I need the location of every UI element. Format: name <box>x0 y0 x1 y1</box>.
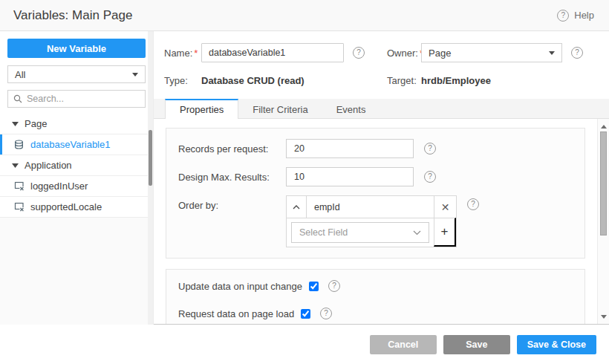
tree-group-application[interactable]: Application <box>0 155 153 176</box>
design-max-results-label: Design Max. Results: <box>178 172 286 183</box>
tree-group-label: Application <box>25 160 72 171</box>
variable-summary-form: Name:* ? Owner:* Page ? Type: Database C… <box>154 31 609 99</box>
tree-item-label: loggedInUser <box>30 181 88 192</box>
tab-filter-criteria[interactable]: Filter Criteria <box>238 99 322 118</box>
detail-tabbar: Properties Filter Criteria Events <box>154 99 609 119</box>
target-label: Target: <box>387 75 421 86</box>
type-label: Type: <box>164 75 201 86</box>
database-variable-icon <box>14 140 25 150</box>
select-field-dropdown[interactable]: Select Field <box>291 222 429 243</box>
variables-tree: Page databaseVariable1 Application <box>0 114 153 218</box>
required-asterisk: * <box>194 48 198 59</box>
help-label: Help <box>574 10 594 21</box>
content-scrollbar[interactable] <box>597 119 609 324</box>
search-icon <box>13 94 22 103</box>
cancel-button[interactable]: Cancel <box>370 335 437 354</box>
save-and-close-button[interactable]: Save & Close <box>517 335 596 354</box>
request-on-load-checkbox[interactable] <box>301 309 310 319</box>
tree-item-loggedinuser[interactable]: loggedInUser <box>0 176 153 197</box>
behavior-settings-group: Update data on input change ? Request da… <box>166 269 585 325</box>
variables-dialog: Variables: Main Page ? Help New Variable… <box>0 0 609 364</box>
records-per-request-label: Records per request: <box>178 143 286 155</box>
owner-help-icon[interactable]: ? <box>571 47 583 59</box>
order-by-widget: ✕ Select Field + <box>286 195 457 247</box>
tree-item-label: supportedLocale <box>30 201 102 212</box>
sort-direction-button[interactable] <box>287 196 306 218</box>
help-button[interactable]: ? Help <box>557 10 594 22</box>
help-icon: ? <box>557 10 569 22</box>
tree-item-label: databaseVariable1 <box>30 139 110 150</box>
variable-icon <box>14 202 25 212</box>
dialog-footer: Cancel Save Save & Close <box>0 325 609 364</box>
main-area: New Variable All Page <box>0 31 609 325</box>
dropdown-arrow-icon <box>132 73 138 77</box>
content-scrollbar-thumb[interactable] <box>600 131 607 235</box>
chevron-down-icon <box>413 230 421 235</box>
update-on-input-help-icon[interactable]: ? <box>328 280 340 292</box>
order-by-help-icon[interactable]: ? <box>467 198 479 210</box>
collapse-caret-icon <box>12 163 19 168</box>
request-on-load-label: Request data on page load <box>178 308 294 319</box>
select-field-placeholder: Select Field <box>299 227 348 238</box>
tree-group-page[interactable]: Page <box>0 114 153 134</box>
name-help-icon[interactable]: ? <box>353 47 365 59</box>
add-order-field-button[interactable]: + <box>434 218 456 247</box>
update-on-input-label: Update data on input change <box>178 281 302 292</box>
variable-detail-panel: Name:* ? Owner:* Page ? Type: Database C… <box>154 31 609 325</box>
tab-events[interactable]: Events <box>322 99 380 118</box>
target-value: hrdb/Employee <box>421 75 562 86</box>
variables-sidebar: New Variable All Page <box>0 31 154 325</box>
sidebar-controls: New Variable All <box>0 31 153 114</box>
collapse-caret-icon <box>12 122 19 126</box>
tree-item-databasevariable1[interactable]: databaseVariable1 <box>0 134 153 155</box>
remove-order-field-button[interactable]: ✕ <box>434 196 456 218</box>
dialog-header: Variables: Main Page ? Help <box>0 0 609 31</box>
design-max-results-input[interactable] <box>286 167 414 186</box>
select-field-cell: Select Field <box>287 218 434 247</box>
order-by-label: Order by: <box>178 200 286 211</box>
tree-item-supportedlocale[interactable]: supportedLocale <box>0 197 153 218</box>
tree-group-label: Page <box>25 118 47 129</box>
tab-properties[interactable]: Properties <box>165 99 238 119</box>
data-settings-group: Records per request: ? Design Max. Resul… <box>166 128 585 259</box>
records-per-request-input[interactable] <box>286 139 414 158</box>
variable-icon <box>14 181 25 191</box>
sidebar-scrollbar-thumb[interactable] <box>149 130 152 186</box>
update-on-input-checkbox[interactable] <box>309 282 319 291</box>
variable-filter-select[interactable]: All <box>7 65 146 83</box>
scroll-up-arrow-icon[interactable] <box>598 121 609 131</box>
owner-label: Owner:* <box>387 48 421 59</box>
type-value: Database CRUD (read) <box>201 75 344 86</box>
request-on-load-help-icon[interactable]: ? <box>320 308 332 319</box>
records-help-icon[interactable]: ? <box>424 143 436 155</box>
filter-selected-value: All <box>15 69 25 80</box>
design-max-help-icon[interactable]: ? <box>424 171 436 183</box>
dropdown-arrow-icon <box>549 51 555 55</box>
properties-tab-content: Records per request: ? Design Max. Resul… <box>154 119 609 325</box>
owner-select[interactable]: Page <box>421 43 562 62</box>
save-button[interactable]: Save <box>443 335 510 354</box>
new-variable-button[interactable]: New Variable <box>7 39 146 58</box>
name-label: Name:* <box>164 48 201 59</box>
search-box <box>7 90 146 108</box>
owner-selected-value: Page <box>429 48 451 59</box>
search-input[interactable] <box>27 94 146 104</box>
sidebar-scrollbar[interactable] <box>148 31 153 325</box>
page-title: Variables: Main Page <box>13 8 132 23</box>
scroll-down-arrow-icon[interactable] <box>598 311 609 322</box>
name-input[interactable] <box>201 43 344 62</box>
order-by-field-input[interactable] <box>306 196 434 218</box>
